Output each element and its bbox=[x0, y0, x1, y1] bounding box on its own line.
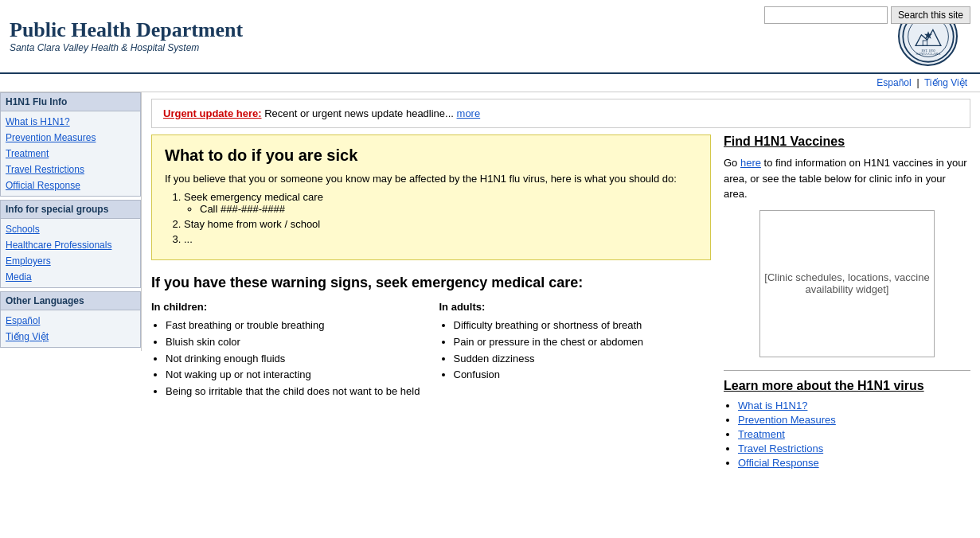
list-item: Confusion bbox=[454, 367, 712, 384]
sidebar-link-espanol[interactable]: Español bbox=[6, 314, 135, 328]
learn-link-travel[interactable]: Travel Restrictions bbox=[738, 442, 823, 454]
list-item: Prevention Measures bbox=[738, 414, 970, 426]
sick-box-heading: What to do if you are sick bbox=[165, 146, 697, 165]
espanol-link[interactable]: Español bbox=[877, 77, 911, 88]
list-item: Not waking up or not interacting bbox=[166, 367, 424, 384]
list-item: Being so irritable that the child does n… bbox=[166, 384, 424, 400]
sick-step-2: Stay home from work / school bbox=[184, 218, 697, 230]
svg-rect-4 bbox=[923, 40, 927, 45]
learn-more-heading: Learn more about the H1N1 virus bbox=[724, 379, 970, 393]
list-item: What is H1N1? bbox=[738, 400, 970, 411]
sidebar-languages-links: Español Tiếng Việt bbox=[1, 310, 140, 347]
tieng-viet-link[interactable]: Tiếng Việt bbox=[924, 77, 967, 88]
sidebar-link-media[interactable]: Media bbox=[6, 270, 135, 284]
vaccines-here-link[interactable]: here bbox=[740, 157, 761, 169]
learn-link-treatment[interactable]: Treatment bbox=[738, 428, 785, 440]
site-title: Public Health Department bbox=[10, 19, 885, 42]
left-col: What to do if you are sick If you believ… bbox=[151, 134, 711, 400]
urgent-more-link[interactable]: more bbox=[457, 107, 481, 119]
sick-step-1-text: Seek emergency medical care bbox=[184, 191, 323, 203]
list-item: Not drinking enough fluids bbox=[166, 351, 424, 368]
sidebar-section-special: Info for special groups Schools Healthca… bbox=[0, 200, 141, 288]
list-item: Difficulty breathing or shortness of bre… bbox=[454, 318, 712, 334]
vaccines-heading: Find H1N1 Vaccines bbox=[724, 134, 970, 149]
sidebar: H1N1 Flu Info What is H1N1? Prevention M… bbox=[0, 92, 142, 351]
sidebar-link-prevention[interactable]: Prevention Measures bbox=[6, 131, 135, 145]
learn-link-prevention[interactable]: Prevention Measures bbox=[738, 414, 836, 426]
sick-step-1: Seek emergency medical care Call ###-###… bbox=[184, 191, 697, 215]
urgent-text: Recent or urgent news update headline... bbox=[264, 107, 454, 119]
search-input[interactable] bbox=[764, 6, 888, 24]
vaccines-section: Find H1N1 Vaccines Go here to find infor… bbox=[724, 134, 970, 357]
vaccines-text: Go here to find information on H1N1 vacc… bbox=[724, 155, 970, 202]
sidebar-h1n1-links: What is H1N1? Prevention Measures Treatm… bbox=[1, 111, 140, 196]
list-item: Bluish skin color bbox=[166, 334, 424, 351]
sidebar-link-travel[interactable]: Travel Restrictions bbox=[6, 162, 135, 177]
search-bar: Search this site bbox=[764, 6, 970, 24]
sidebar-link-what-is-h1n1[interactable]: What is H1N1? bbox=[6, 115, 135, 129]
warning-cols: In children: Fast breathing or trouble b… bbox=[151, 301, 711, 400]
sidebar-special-links: Schools Healthcare Professionals Employe… bbox=[1, 219, 140, 287]
list-item: Sudden dizziness bbox=[454, 351, 712, 368]
sidebar-link-employers[interactable]: Employers bbox=[6, 254, 135, 268]
header: Public Health Department Santa Clara Val… bbox=[0, 0, 980, 74]
sidebar-link-tieng-viet[interactable]: Tiếng Việt bbox=[6, 329, 135, 344]
content: Urgent update here: Recent or urgent new… bbox=[142, 92, 980, 481]
sick-box-intro: If you believe that you or someone you k… bbox=[165, 173, 697, 185]
sick-box: What to do if you are sick If you believ… bbox=[151, 134, 711, 260]
urgent-banner: Urgent update here: Recent or urgent new… bbox=[151, 99, 970, 128]
sick-step-1-sub: Call ###-###-#### bbox=[200, 203, 697, 215]
warning-section: If you have these warning signs, seek em… bbox=[151, 275, 711, 400]
warning-adults-label: In adults: bbox=[439, 301, 712, 313]
warning-adults-list: Difficulty breathing or shortness of bre… bbox=[454, 318, 712, 384]
learn-more-list: What is H1N1? Prevention Measures Treatm… bbox=[738, 400, 970, 469]
sidebar-section-languages: Other Languages Español Tiếng Việt bbox=[0, 291, 141, 348]
sidebar-section-special-title: Info for special groups bbox=[1, 201, 140, 219]
site-subtitle: Santa Clara Valley Health & Hospital Sys… bbox=[10, 42, 885, 53]
two-col: What to do if you are sick If you believ… bbox=[151, 134, 970, 471]
header-text: Public Health Department Santa Clara Val… bbox=[10, 19, 885, 53]
lang-bar: Español | Tiếng Việt bbox=[0, 74, 980, 92]
sidebar-link-official[interactable]: Official Response bbox=[6, 178, 135, 193]
sidebar-section-h1n1-title: H1N1 Flu Info bbox=[1, 93, 140, 111]
list-item: Pain or pressure in the chest or abdomen bbox=[454, 334, 712, 351]
warning-children-list: Fast breathing or trouble breathing Blui… bbox=[166, 318, 424, 400]
urgent-label: Urgent update here: bbox=[163, 107, 262, 119]
sidebar-link-schools[interactable]: Schools bbox=[6, 222, 135, 236]
sick-step-3: ... bbox=[184, 233, 697, 245]
learn-link-official[interactable]: Official Response bbox=[738, 457, 819, 469]
sick-step-1-sub-1: Call ###-###-#### bbox=[200, 203, 697, 215]
list-item: Treatment bbox=[738, 428, 970, 440]
sick-steps-list: Seek emergency medical care Call ###-###… bbox=[184, 191, 697, 245]
sidebar-link-healthcare[interactable]: Healthcare Professionals bbox=[6, 238, 135, 252]
warning-children: In children: Fast breathing or trouble b… bbox=[151, 301, 424, 400]
learn-more-section: Learn more about the H1N1 virus What is … bbox=[724, 370, 970, 469]
sidebar-link-treatment[interactable]: Treatment bbox=[6, 146, 135, 161]
list-item: Fast breathing or trouble breathing bbox=[166, 318, 424, 334]
main-layout: H1N1 Flu Info What is H1N1? Prevention M… bbox=[0, 92, 980, 481]
clinic-widget: [Clinic schedules, locations, vaccine av… bbox=[759, 210, 935, 357]
list-item: Official Response bbox=[738, 457, 970, 469]
list-item: Travel Restrictions bbox=[738, 442, 970, 454]
sidebar-section-languages-title: Other Languages bbox=[1, 292, 140, 310]
warning-heading: If you have these warning signs, seek em… bbox=[151, 275, 711, 291]
right-col: Find H1N1 Vaccines Go here to find infor… bbox=[724, 134, 970, 471]
sidebar-section-h1n1: H1N1 Flu Info What is H1N1? Prevention M… bbox=[0, 92, 141, 197]
warning-adults: In adults: Difficulty breathing or short… bbox=[439, 301, 712, 400]
warning-children-label: In children: bbox=[151, 301, 424, 313]
svg-text:EST. 1850: EST. 1850 bbox=[921, 49, 935, 53]
search-button[interactable]: Search this site bbox=[891, 6, 970, 24]
learn-link-what[interactable]: What is H1N1? bbox=[738, 400, 807, 411]
